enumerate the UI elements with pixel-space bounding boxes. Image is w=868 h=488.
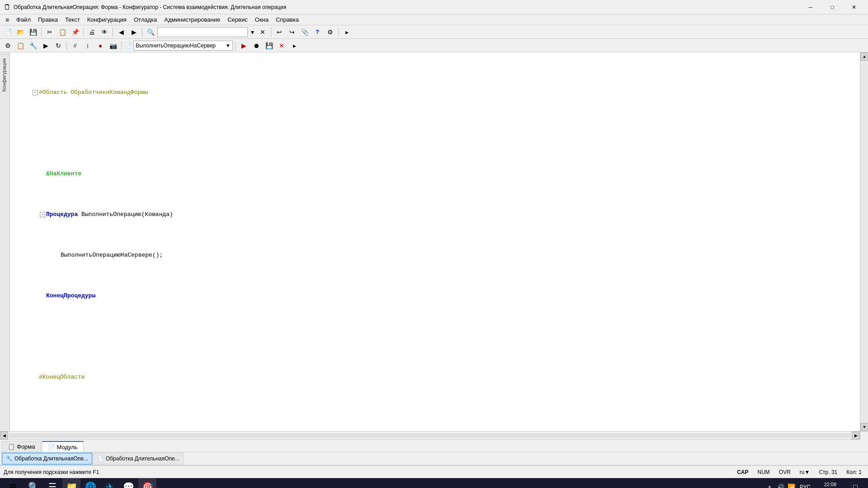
tb2-run[interactable]: ⚙ — [2, 40, 14, 51]
tb-cut[interactable]: ✂ — [44, 27, 56, 38]
tb-forward[interactable]: ▶ — [128, 27, 140, 38]
statusbar: Для получения подсказки нажмите F1 CAP N… — [0, 465, 868, 478]
win-lang[interactable]: РУС — [798, 484, 812, 488]
scroll-up-btn[interactable]: ▲ — [860, 52, 868, 61]
tb2-icon1[interactable]: 📷 — [107, 40, 119, 51]
search-input[interactable] — [157, 27, 248, 37]
tb-back[interactable]: ◀ — [115, 27, 127, 38]
fold-btn[interactable]: − — [40, 212, 45, 217]
taskbar-search[interactable]: 🔍 — [24, 478, 42, 488]
tab-module[interactable]: 📄 Модуль — [42, 441, 84, 452]
tb2-more[interactable]: ▸ — [288, 40, 300, 51]
tb2-config[interactable]: 📋 — [14, 40, 26, 51]
taskbar-item-1[interactable]: 🔧 Обработка ДлительнаяОпе... — [2, 453, 92, 465]
tb2-rec[interactable]: ⏺ — [250, 40, 262, 51]
tb2-debug1[interactable]: 🔧 — [27, 40, 39, 51]
tray-volume[interactable]: 📶 — [787, 478, 796, 488]
sidebar-tab-configuration[interactable]: Конфигурация — [0, 54, 9, 95]
separator4 — [142, 28, 142, 37]
taskbar-explorer[interactable]: 📁 — [62, 478, 80, 488]
menu-hamburger[interactable]: ≡ — [2, 15, 13, 25]
tb2-save2[interactable]: 💾 — [263, 40, 275, 51]
code-line — [32, 414, 856, 422]
tb-new[interactable]: 📄 — [2, 27, 14, 38]
menu-service[interactable]: Сервис — [224, 15, 251, 25]
tb-misc[interactable]: ▸ — [341, 27, 353, 38]
status-num: NUM — [755, 468, 773, 476]
app-icon: 🗒 — [4, 3, 11, 11]
win-notification[interactable]: □ — [848, 478, 863, 488]
code-text: ВыполнитьОперациюНаСервере(); — [39, 251, 163, 259]
tb-preview[interactable]: 👁 — [99, 27, 110, 38]
tb-save[interactable]: 💾 — [27, 27, 39, 38]
menu-text[interactable]: Текст — [61, 15, 84, 25]
code-line: − Процедура ВыполнитьОперацию(Команда) — [32, 211, 856, 219]
tb-extra[interactable]: ⚙ — [324, 27, 336, 38]
start-button[interactable]: ⊞ — [2, 478, 24, 488]
taskbar-chrome[interactable]: 🌐 — [81, 478, 99, 488]
menubar: ≡ Файл Правка Текст Конфигурация Отладка… — [0, 14, 868, 25]
tray-chevron[interactable]: ∧ — [765, 478, 774, 488]
tb2-breakpoint[interactable]: ● — [94, 40, 106, 51]
tb-redo[interactable]: ↪ — [286, 27, 298, 38]
system-tray: ∧ 🔊 📶 РУС 22:08 13.09.2020 □ — [762, 478, 866, 488]
taskbar-taskview[interactable]: ☰ — [43, 478, 61, 488]
tb2-close[interactable]: ✕ — [276, 40, 288, 51]
titlebar: 🗒 Обработка ДлительнаяОперация: Форма - … — [0, 0, 868, 14]
tb2-debug2[interactable]: ▶ — [40, 40, 52, 51]
tab-forma[interactable]: 📋 Форма — [2, 441, 41, 452]
status-lang[interactable]: ru▼ — [797, 468, 813, 476]
menu-edit[interactable]: Правка — [34, 15, 61, 25]
tb-print[interactable]: 🖨 — [86, 27, 98, 38]
taskbar-item-2[interactable]: 📄 Обработка ДлительнаяОпе... — [93, 453, 184, 465]
execute-dropdown-value: ВыполнитьОперациюНаСервер — [136, 42, 225, 49]
code-text: &НаКлиенте — [39, 170, 81, 178]
menu-debug[interactable]: Отладка — [130, 15, 160, 25]
tb-paste[interactable]: 📌 — [69, 27, 81, 38]
window-title: Обработка ДлительнаяОперация: Форма - Ко… — [14, 4, 286, 10]
right-scrollbar[interactable]: ▲ ▼ — [860, 52, 868, 431]
search-dropdown[interactable]: ▾ — [249, 27, 256, 38]
separator6 — [338, 28, 339, 37]
sidebar-tabs: Конфигурация — [0, 52, 10, 431]
windows-taskbar: ⊞ 🔍 ☰ 📁 🌐 ✈ 💬 🎯 ∧ 🔊 📶 РУС 22:08 13.09.20… — [0, 478, 868, 488]
tb2-step[interactable]: ↻ — [52, 40, 64, 51]
menu-configuration[interactable]: Конфигурация — [84, 15, 130, 25]
execute-dropdown[interactable]: ВыполнитьОперациюНаСервер ▾ — [133, 41, 233, 51]
tb-clip1[interactable]: 📎 — [299, 27, 311, 38]
scroll-down-btn[interactable]: ▼ — [860, 423, 868, 431]
tb2-play[interactable]: ▶ — [238, 40, 250, 51]
minimize-button[interactable]: ─ — [800, 0, 821, 14]
code-line: &НаКлиенте — [32, 170, 856, 178]
code-content: − #Область ОбработчикиКомандФормы &НаКли… — [28, 54, 860, 431]
execute-dropdown-arrow[interactable]: ▾ — [226, 42, 231, 49]
menu-windows[interactable]: Окна — [251, 15, 272, 25]
hscroll-track[interactable] — [9, 433, 851, 438]
menu-administration[interactable]: Администрирование — [160, 15, 224, 25]
search-clear[interactable]: ✕ — [257, 27, 269, 38]
code-editor[interactable]: − #Область ОбработчикиКомандФормы &НаКли… — [10, 52, 860, 431]
separator7 — [66, 41, 67, 50]
tb2-comment[interactable]: // — [69, 40, 81, 51]
hscroll-left-btn[interactable]: ◀ — [0, 432, 8, 440]
taskbar-skype[interactable]: 💬 — [119, 478, 137, 488]
maximize-button[interactable]: □ — [822, 0, 843, 14]
close-button[interactable]: ✕ — [844, 0, 864, 14]
tb-find[interactable]: 🔍 — [145, 27, 156, 38]
win-clock[interactable]: 22:08 13.09.2020 — [814, 478, 846, 488]
fold-btn[interactable]: − — [33, 90, 38, 95]
menu-file[interactable]: Файл — [13, 15, 34, 25]
separator9 — [235, 41, 236, 50]
code-text: КонецПроцедуры — [39, 292, 95, 300]
taskbar-1c[interactable]: 🎯 — [138, 478, 156, 488]
menu-help[interactable]: Справка — [272, 15, 302, 25]
tb-undo[interactable]: ↩ — [274, 27, 285, 38]
tb2-uncomment[interactable]: | — [82, 40, 94, 51]
taskbar-telegram[interactable]: ✈ — [100, 478, 118, 488]
tray-network[interactable]: 🔊 — [776, 478, 785, 488]
tb-open[interactable]: 📂 — [14, 27, 26, 38]
tb-copy[interactable]: 📋 — [57, 27, 68, 38]
tb-info[interactable]: ? — [311, 27, 323, 38]
hscroll-right-btn[interactable]: ▶ — [852, 432, 860, 440]
separator8 — [121, 41, 122, 50]
